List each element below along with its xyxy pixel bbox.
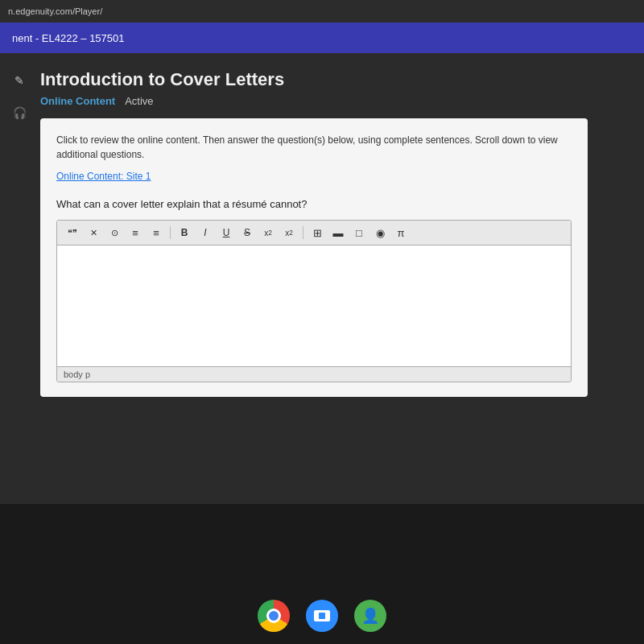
site-link[interactable]: Online Content: Site 1 bbox=[56, 171, 151, 182]
pencil-icon[interactable]: ✎ bbox=[8, 69, 31, 92]
content-card: Click to review the online content. Then… bbox=[40, 118, 588, 397]
sidebar-icons: ✎ 🎧 bbox=[8, 69, 31, 124]
page-title: Introduction to Cover Letters bbox=[40, 69, 644, 90]
question-text: What can a cover letter explain that a r… bbox=[56, 198, 572, 210]
active-tag: Active bbox=[125, 95, 153, 107]
browser-url: n.edgenuity.com/Player/ bbox=[8, 6, 102, 16]
table-btn[interactable]: ⊞ bbox=[308, 225, 326, 241]
italic-btn[interactable]: I bbox=[196, 225, 214, 241]
online-content-tag: Online Content bbox=[40, 95, 115, 107]
headphone-icon[interactable]: 🎧 bbox=[8, 101, 31, 124]
page-title-section: Introduction to Cover Letters Online Con… bbox=[40, 69, 644, 107]
box-btn[interactable]: □ bbox=[350, 225, 368, 241]
toolbar-sep-1 bbox=[170, 226, 171, 239]
zoom-icon[interactable] bbox=[306, 600, 338, 632]
editor-footer: body p bbox=[57, 366, 571, 382]
main-area: ✎ 🎧 Introduction to Cover Letters Online… bbox=[0, 53, 644, 504]
clear-btn[interactable]: ✕ bbox=[85, 225, 102, 241]
superscript-btn[interactable]: x2 bbox=[280, 225, 298, 241]
list-indent-btn[interactable]: ≡ bbox=[126, 225, 144, 241]
math-btn[interactable]: π bbox=[392, 225, 410, 241]
user-icon[interactable]: 👤 bbox=[354, 600, 386, 632]
underline-btn[interactable]: U bbox=[217, 225, 235, 241]
chrome-icon[interactable] bbox=[258, 600, 290, 632]
editor-body[interactable] bbox=[57, 246, 571, 366]
strikethrough-btn[interactable]: S bbox=[238, 225, 256, 241]
subscript-btn[interactable]: x2 bbox=[259, 225, 277, 241]
editor-toolbar: ❝❞ ✕ ⊙ ≡ ≡ B I U S x2 x2 ⊞ ▬ □ ◉ π bbox=[57, 221, 571, 246]
circle-btn[interactable]: ⊙ bbox=[105, 225, 123, 241]
instruction-text: Click to review the online content. Then… bbox=[56, 133, 572, 162]
browser-bar: n.edgenuity.com/Player/ bbox=[0, 0, 644, 23]
toolbar-sep-2 bbox=[303, 226, 303, 239]
taskbar: 👤 bbox=[0, 588, 644, 644]
page-meta: Online Content Active bbox=[40, 95, 644, 107]
list-outdent-btn[interactable]: ≡ bbox=[147, 225, 165, 241]
quote-btn[interactable]: ❝❞ bbox=[64, 225, 81, 241]
bold-btn[interactable]: B bbox=[175, 225, 193, 241]
app-header: nent - EL4222 – 157501 bbox=[0, 23, 644, 53]
hr-btn[interactable]: ▬ bbox=[329, 225, 347, 241]
media-btn[interactable]: ◉ bbox=[371, 225, 389, 241]
app-header-title: nent - EL4222 – 157501 bbox=[12, 32, 125, 44]
text-editor: ❝❞ ✕ ⊙ ≡ ≡ B I U S x2 x2 ⊞ ▬ □ ◉ π body … bbox=[56, 220, 572, 382]
